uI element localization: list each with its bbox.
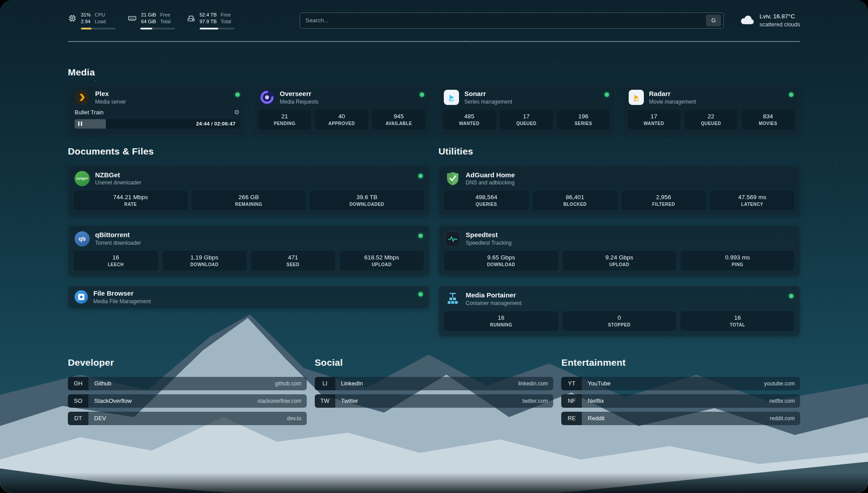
bookmark-name: Github bbox=[94, 380, 111, 387]
app-name: Speedtest bbox=[466, 231, 512, 239]
playback-time: 24:44 / 02:06:47 bbox=[196, 121, 239, 126]
section-title-developer: Developer bbox=[68, 357, 307, 368]
bookmark-dev[interactable]: DT DEV dev.to bbox=[68, 412, 307, 425]
app-subtitle: Media server bbox=[95, 99, 126, 105]
stat-series: 196 SERIES bbox=[557, 110, 610, 130]
bookmark-url: linkedin.com bbox=[518, 380, 548, 387]
status-dot bbox=[235, 92, 240, 97]
memory-free-value: 21 GiB bbox=[141, 12, 156, 18]
filebrowser-icon bbox=[75, 290, 88, 304]
speedtest-icon bbox=[445, 231, 460, 246]
app-card-radarr[interactable]: Radarr Movie management 17 WANTED 22 QUE… bbox=[622, 84, 801, 135]
bookmark-netflix[interactable]: NF Netflix netflix.com bbox=[561, 394, 800, 408]
stat-queries: 498,564 QUERIES bbox=[444, 191, 529, 210]
stat-pending: 21 PENDING bbox=[259, 110, 311, 130]
disk-stat: 52.4 TB 97.9 TB Free Total bbox=[187, 12, 234, 29]
cpu-load-value: 2.94 bbox=[81, 18, 91, 25]
twitter-icon: TW bbox=[315, 394, 335, 408]
app-card-overseerr[interactable]: Overseerr Media Requests 21 PENDING 40 A… bbox=[253, 84, 431, 135]
bookmark-twitter[interactable]: TW Twitter twitter.com bbox=[315, 394, 554, 408]
bookmark-group-developer: Developer GH Github github.com SO StackO… bbox=[68, 357, 307, 429]
app-subtitle: Speedtest Tracking bbox=[466, 240, 512, 246]
bookmark-group-social: Social LI LinkedIn linkedin.com TW Twitt… bbox=[315, 357, 554, 429]
section-title-social: Social bbox=[315, 357, 554, 368]
plex-icon bbox=[75, 90, 90, 105]
stat-movies: 834 MOVIES bbox=[742, 110, 794, 130]
section-title-utilities: Utilities bbox=[438, 146, 800, 157]
app-name: Plex bbox=[95, 90, 126, 98]
bottom-vignette bbox=[0, 472, 868, 493]
status-dot bbox=[789, 92, 793, 97]
stat-seed: 471 SEED bbox=[251, 251, 335, 271]
bookmark-url: stackoverflow.com bbox=[258, 398, 301, 404]
app-subtitle: Container management bbox=[466, 300, 522, 307]
dashboard-screen: 31% 2.94 CPU Load bbox=[0, 0, 868, 493]
disk-icon bbox=[187, 14, 196, 23]
app-card-portainer[interactable]: Media Portainer Container management 16 … bbox=[438, 286, 800, 337]
nzbget-icon: nzbget bbox=[75, 171, 90, 186]
plex-progress-bar[interactable]: 24:44 / 02:06:47 bbox=[75, 119, 240, 129]
app-subtitle: Movie management bbox=[649, 99, 696, 105]
disk-free-label: Free bbox=[221, 12, 231, 18]
app-card-plex[interactable]: Plex Media server Bullet Train ⚙ 24:44 /… bbox=[68, 84, 246, 135]
app-subtitle: DNS and adblocking bbox=[466, 180, 515, 186]
weather-widget: Lviv, 16.87°C scattered clouds bbox=[739, 13, 800, 28]
memory-stat: 21 GiB 64 GiB Free Total bbox=[127, 12, 175, 29]
app-subtitle: Media File Management bbox=[93, 298, 151, 305]
search-engine-button[interactable]: G bbox=[706, 15, 721, 26]
stat-filtered: 2,956 FILTERED bbox=[622, 191, 706, 210]
bookmark-linkedin[interactable]: LI LinkedIn linkedin.com bbox=[315, 377, 554, 390]
app-card-sonarr[interactable]: Sonarr Series management 485 WANTED 17 Q… bbox=[437, 84, 616, 135]
section-title-media: Media bbox=[68, 67, 800, 78]
pause-icon[interactable] bbox=[75, 121, 86, 126]
cpu-percent: 31% bbox=[81, 12, 91, 18]
app-card-qbittorrent[interactable]: qb qBittorrent Torrent downloader 16 LEE… bbox=[68, 226, 430, 276]
bookmark-stackoverflow[interactable]: SO StackOverflow stackoverflow.com bbox=[68, 394, 307, 408]
bookmark-url: reddit.com bbox=[770, 415, 795, 422]
search-bar[interactable]: G bbox=[300, 13, 724, 29]
stat-wanted: 17 WANTED bbox=[628, 110, 680, 130]
app-name: Radarr bbox=[649, 90, 696, 98]
bookmark-name: StackOverflow bbox=[94, 397, 132, 404]
stat-blocked: 86,401 BLOCKED bbox=[533, 191, 618, 210]
app-name: Sonarr bbox=[464, 90, 512, 98]
stat-upload: 618.52 Mbps UPLOAD bbox=[340, 251, 424, 271]
weather-condition: scattered clouds bbox=[760, 21, 800, 29]
bookmark-github[interactable]: GH Github github.com bbox=[68, 377, 307, 390]
bookmark-name: DEV bbox=[94, 415, 106, 422]
stat-latency: 47.569 ms LATENCY bbox=[710, 191, 795, 210]
bookmark-youtube[interactable]: YT YouTube youtube.com bbox=[561, 377, 800, 390]
netflix-icon: NF bbox=[561, 394, 582, 408]
app-card-speedtest[interactable]: Speedtest Speedtest Tracking 9.65 Gbps D… bbox=[438, 226, 800, 276]
media-card-grid: Plex Media server Bullet Train ⚙ 24:44 /… bbox=[68, 84, 800, 135]
app-card-adguard[interactable]: AdGuard Home DNS and adblocking 498,564 … bbox=[438, 166, 800, 217]
cpu-load-label: Load bbox=[95, 18, 105, 25]
status-dot bbox=[418, 174, 423, 178]
stat-rate: 744.21 Mbps RATE bbox=[74, 191, 188, 210]
adguard-icon bbox=[445, 171, 460, 186]
disk-total-label: Total bbox=[221, 18, 231, 25]
app-name: qBittorrent bbox=[95, 231, 141, 239]
bookmark-reddit[interactable]: RE Reddit reddit.com bbox=[561, 412, 800, 425]
bookmark-name: Reddit bbox=[588, 415, 605, 422]
stat-wanted: 485 WANTED bbox=[443, 110, 496, 130]
app-name: File Browser bbox=[93, 289, 151, 298]
stat-remaining: 266 GB REMAINING bbox=[192, 191, 306, 210]
github-icon: GH bbox=[68, 377, 88, 390]
memory-progress-track bbox=[140, 28, 175, 29]
disk-progress-fill bbox=[200, 28, 218, 29]
overseerr-icon bbox=[259, 90, 275, 105]
stat-leech: 16 LEECH bbox=[74, 251, 158, 271]
cpu-icon bbox=[68, 14, 77, 23]
gear-icon[interactable]: ⚙ bbox=[234, 109, 240, 115]
stat-download: 9.65 Gbps DOWNLOAD bbox=[444, 251, 558, 271]
bookmark-url: dev.to bbox=[287, 415, 301, 422]
app-name: Media Portainer bbox=[466, 291, 522, 300]
app-name: Overseerr bbox=[280, 90, 319, 98]
memory-free-label: Free bbox=[160, 12, 171, 18]
app-card-nzbget[interactable]: nzbget NZBGet Usenet downloader 744.21 M… bbox=[68, 166, 430, 217]
search-input[interactable] bbox=[305, 17, 706, 24]
app-card-filebrowser[interactable]: File Browser Media File Management bbox=[68, 286, 430, 309]
reddit-icon: RE bbox=[561, 412, 582, 425]
stat-total: 16 TOTAL bbox=[680, 311, 794, 331]
